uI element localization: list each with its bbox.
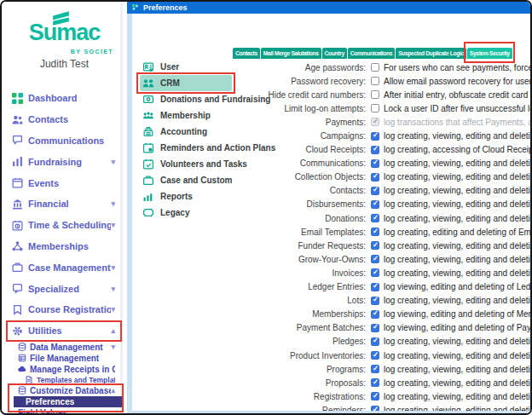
checkbox-proposals[interactable]: [371, 378, 379, 387]
sidebar-item-financial[interactable]: Financial▾: [2, 193, 122, 215]
pref-item-user[interactable]: User: [140, 59, 232, 75]
sidebar-item-time-scheduling[interactable]: Time & Scheduling▾: [2, 215, 122, 236]
sidebar-item-communications[interactable]: Communications: [2, 130, 122, 152]
sidebar-item-manage-receipts-in-cloud[interactable]: Manage Receipts in Cloud: [2, 364, 122, 375]
checkbox-age-passwords[interactable]: [371, 63, 379, 72]
setting-row-communications: Communications:log creating, viewing, ed…: [233, 157, 530, 170]
checkbox-email-templates[interactable]: [371, 228, 379, 236]
tab-contacts[interactable]: Contacts: [233, 48, 260, 59]
sidebar-item-label: Data Management: [30, 343, 103, 352]
app-sidebar: Sumac BY SOCIET Judith Test DashboardCon…: [2, 2, 127, 413]
setting-row-payment-batches: Payment Batches:log viewing, editing and…: [233, 321, 530, 335]
setting-label: Payments:: [233, 118, 371, 127]
pref-item-volunteers-and-tasks[interactable]: Volunteers and Tasks: [140, 156, 232, 172]
pref-item-crm[interactable]: CRM: [140, 75, 232, 91]
setting-row-product-inventories: Product Inventories:log creating, viewin…: [233, 349, 530, 362]
tab-bar: ContactsMail Merge SalutationsCountryCom…: [233, 48, 512, 59]
sidebar-item-field-values[interactable]: Field Values: [2, 407, 122, 415]
checkbox-invoices[interactable]: [371, 268, 379, 277]
sidebar-item-utilities[interactable]: Utilities▴: [2, 320, 122, 342]
case-custom-icon: [142, 175, 154, 186]
pref-item-donations-and-fundraising[interactable]: Donations and Fundraising: [140, 91, 232, 107]
setting-label: Product Inventories:: [233, 351, 371, 360]
setting-label: Contacts:: [233, 186, 371, 195]
setting-label: Funder Requests:: [233, 241, 371, 251]
pref-item-case-and-custom[interactable]: Case and Custom: [140, 172, 232, 188]
sidebar-item-fundraising[interactable]: Fundraising▾: [2, 151, 122, 172]
tab-mail-merge-salutations[interactable]: Mail Merge Salutations: [261, 48, 321, 59]
sidebar-item-data-management[interactable]: Data Management▾: [2, 342, 122, 353]
checkbox-campaigns[interactable]: [371, 132, 379, 141]
tab-country[interactable]: Country: [322, 48, 347, 59]
pref-item-label: Accounting: [160, 127, 207, 136]
tab-communications[interactable]: Communications: [348, 48, 395, 59]
setting-description: log creating, viewing, editing and delet…: [384, 199, 530, 209]
sidebar-item-contacts[interactable]: Contacts: [2, 109, 122, 130]
checkbox-password-recovery[interactable]: [371, 77, 379, 85]
checkbox-communications[interactable]: [371, 159, 379, 168]
preferences-window: Preferences UserCRMDonations and Fundrai…: [127, 2, 530, 413]
checkbox-contacts[interactable]: [371, 187, 379, 195]
setting-label: Programs:: [233, 365, 371, 374]
setting-row-age-passwords: Age passwords:For users who can see paym…: [233, 61, 530, 74]
settings-list: Age passwords:For users who can see paym…: [233, 61, 530, 413]
sidebar-item-preferences[interactable]: Preferences: [14, 396, 122, 407]
tab-system-security[interactable]: System Security: [467, 48, 512, 59]
sidebar-item-label: Memberships: [28, 241, 89, 251]
checkbox-ledger-entries[interactable]: [371, 283, 379, 291]
sidebar-item-specialized[interactable]: Specialized▾: [2, 278, 122, 299]
utilities-icon: [12, 326, 23, 337]
pref-item-reports[interactable]: Reports: [140, 188, 232, 205]
sidebar-item-course-registration[interactable]: Course Registration▾: [2, 299, 122, 320]
setting-description: log transactions that affect Payments, a…: [384, 118, 530, 127]
pref-item-accounting[interactable]: Accounting: [140, 124, 232, 140]
sidebar-item-case-management[interactable]: Case Management▾: [2, 256, 122, 278]
pref-item-reminders-and-action-plans[interactable]: Reminders and Action Plans: [140, 140, 232, 156]
checkbox-pledges[interactable]: [371, 337, 379, 346]
sidebar-item-templates-and-template-editor[interactable]: Templates and Template Editor: [2, 375, 122, 385]
checkbox-hide-credit-card-numbers[interactable]: [371, 90, 379, 99]
checkbox-programs[interactable]: [371, 365, 379, 373]
communications-icon: [12, 135, 23, 146]
sidebar-item-label: File Management: [30, 354, 99, 363]
checkbox-lots[interactable]: [371, 297, 379, 305]
setting-description: log creating, viewing, editing and delet…: [384, 214, 530, 223]
checkbox-grow-your-owns[interactable]: [371, 255, 379, 263]
checkbox-limit-log-on-attempts[interactable]: [371, 104, 379, 112]
setting-description: log creating, viewing, editing and delet…: [384, 241, 530, 251]
sidebar-item-memberships[interactable]: Memberships: [2, 236, 122, 257]
checkbox-memberships[interactable]: [371, 310, 379, 319]
templates-icon: [25, 376, 33, 384]
membership-icon: [142, 110, 154, 121]
setting-label: Memberships:: [233, 309, 371, 319]
checkbox-payment-batches[interactable]: [371, 324, 379, 332]
checkbox-collection-objects[interactable]: [371, 173, 379, 182]
checkbox-reminders[interactable]: [371, 406, 379, 413]
file-management-icon: [18, 354, 26, 362]
setting-label: Limit log-on attempts:: [233, 104, 371, 113]
checkbox-product-inventories[interactable]: [371, 351, 379, 360]
chevron-down-icon: ▾: [111, 199, 115, 208]
pref-item-legacy[interactable]: Legacy: [140, 205, 232, 221]
checkbox-funder-requests[interactable]: [371, 241, 379, 250]
setting-row-ledger-entries: Ledger Entries:log viewing, editing and …: [233, 280, 530, 294]
preferences-nav: UserCRMDonations and FundraisingMembersh…: [140, 59, 232, 221]
pref-item-membership[interactable]: Membership: [140, 107, 232, 124]
checkbox-disbursements[interactable]: [371, 200, 379, 209]
tab-suspected-duplicate-logic[interactable]: Suspected Duplicate Logic: [396, 48, 466, 59]
sidebar-item-dashboard[interactable]: Dashboard: [2, 88, 122, 109]
checkbox-registrations[interactable]: [371, 392, 379, 401]
checkbox-donations[interactable]: [371, 214, 379, 222]
sidebar-item-events[interactable]: Events: [2, 172, 122, 193]
setting-row-programs: Programs:log creating, viewing, editing …: [233, 362, 530, 376]
setting-row-campaigns: Campaigns:log creating, viewing, editing…: [233, 129, 530, 142]
sidebar-item-customize-database[interactable]: Customize Database▴: [2, 385, 122, 396]
sidebar-item-label: Contacts: [28, 114, 68, 124]
sidebar-item-label: Field Values: [18, 408, 67, 415]
setting-row-registrations: Registrations:log creating, viewing, edi…: [233, 389, 530, 403]
chevron-down-icon: ▾: [111, 158, 115, 166]
sidebar-item-file-management[interactable]: File Management: [2, 353, 122, 364]
financial-icon: [12, 199, 23, 210]
preferences-titlebar[interactable]: Preferences: [127, 2, 530, 14]
checkbox-cloud-receipts[interactable]: [371, 146, 379, 154]
